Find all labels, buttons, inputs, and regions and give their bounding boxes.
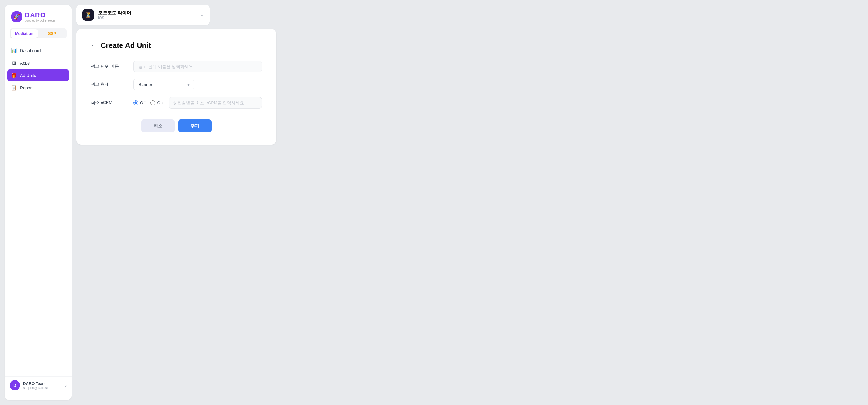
logo-area: 🚀 DARO powered by DelightRoom: [5, 11, 71, 29]
report-icon: 📋: [11, 85, 17, 91]
sidebar: 🚀 DARO powered by DelightRoom Mediation …: [5, 5, 71, 400]
sidebar-item-apps-label: Apps: [20, 61, 30, 65]
app-platform: iOS: [98, 16, 196, 20]
logo-text: DARO: [25, 11, 56, 19]
tab-ssp[interactable]: SSP: [38, 29, 66, 38]
nav-items: 📊 Dashboard ⊞ Apps 🎁 Ad Units 📋 Report: [5, 44, 71, 376]
radio-off-input[interactable]: [133, 100, 138, 105]
sidebar-item-report-label: Report: [20, 86, 33, 90]
ad-units-icon: 🎁: [11, 72, 17, 78]
ad-type-select-wrapper: Banner Interstitial Rewarded Native: [133, 79, 194, 90]
sidebar-item-ad-units-label: Ad Units: [20, 73, 36, 78]
app-icon: ⏳: [83, 9, 94, 21]
sidebar-item-apps[interactable]: ⊞ Apps: [7, 57, 69, 69]
tab-mediation[interactable]: Mediation: [10, 29, 38, 38]
back-button[interactable]: ←: [91, 42, 97, 49]
user-area[interactable]: D DARO Team support@daro.so ›: [5, 376, 71, 394]
ad-unit-name-row: 광고 단위 이름: [91, 61, 262, 72]
page-title: Create Ad Unit: [101, 41, 151, 50]
chevron-down-icon: ⌄: [200, 12, 204, 17]
radio-on-input[interactable]: [150, 100, 155, 105]
app-name: 포모도로 타이머: [98, 10, 196, 16]
radio-on-text: On: [157, 100, 163, 105]
ad-type-row: 광고 형태 Banner Interstitial Rewarded Nativ…: [91, 79, 262, 90]
main-content: ⏳ 포모도로 타이머 iOS ⌄ ← Create Ad Unit 광고 단위 …: [76, 0, 868, 405]
ecpm-radio-group: Off On: [133, 100, 163, 105]
button-row: 취소 추가: [91, 119, 262, 132]
min-ecpm-label: 최소 eCPM: [91, 100, 127, 105]
ad-type-select[interactable]: Banner Interstitial Rewarded Native: [133, 79, 194, 90]
ecpm-value-input[interactable]: [178, 97, 257, 108]
dashboard-icon: 📊: [11, 48, 17, 53]
ad-unit-name-label: 광고 단위 이름: [91, 64, 127, 69]
radio-off-label[interactable]: Off: [133, 100, 146, 105]
ad-type-label: 광고 형태: [91, 82, 127, 87]
add-button[interactable]: 추가: [178, 119, 212, 132]
apps-icon: ⊞: [11, 60, 17, 66]
cancel-button[interactable]: 취소: [141, 119, 175, 132]
ad-unit-name-input[interactable]: [133, 61, 262, 72]
sidebar-item-dashboard-label: Dashboard: [20, 48, 41, 53]
avatar: D: [10, 380, 20, 391]
sidebar-item-report[interactable]: 📋 Report: [7, 82, 69, 94]
user-email: support@daro.so: [23, 386, 62, 390]
dollar-icon: $: [173, 100, 176, 105]
radio-on-label[interactable]: On: [150, 100, 163, 105]
card-header: ← Create Ad Unit: [91, 41, 262, 50]
logo-sub: powered by DelightRoom: [25, 19, 56, 22]
chevron-right-icon: ›: [65, 383, 67, 388]
logo-text-group: DARO powered by DelightRoom: [25, 11, 56, 22]
user-name: DARO Team: [23, 381, 62, 386]
app-name-group: 포모도로 타이머 iOS: [98, 10, 196, 20]
sidebar-item-ad-units[interactable]: 🎁 Ad Units: [7, 69, 69, 81]
create-ad-unit-card: ← Create Ad Unit 광고 단위 이름 광고 형태 Banner I…: [76, 29, 276, 145]
logo-icon: 🚀: [11, 11, 23, 23]
app-selector[interactable]: ⏳ 포모도로 타이머 iOS ⌄: [76, 5, 210, 25]
user-info: DARO Team support@daro.so: [23, 381, 62, 390]
sidebar-item-dashboard[interactable]: 📊 Dashboard: [7, 44, 69, 56]
ecpm-input-wrapper: $: [169, 97, 262, 108]
toggle-tabs: Mediation SSP: [10, 29, 67, 38]
min-ecpm-row: 최소 eCPM Off On $: [91, 97, 262, 108]
radio-off-text: Off: [140, 100, 146, 105]
